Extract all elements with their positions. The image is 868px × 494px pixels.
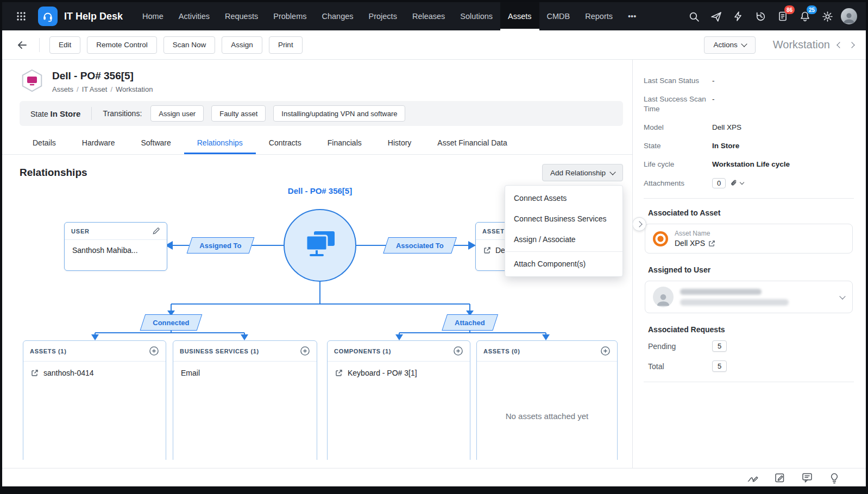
breadcrumb-assets[interactable]: Assets [52, 85, 73, 93]
assigned-user-card [645, 281, 853, 313]
total-count-badge[interactable]: 5 [712, 360, 727, 372]
sidebar-collapse-toggle[interactable] [632, 217, 646, 231]
add-attached-asset-icon[interactable] [600, 346, 611, 356]
workstation-icon [302, 231, 338, 259]
search-icon[interactable] [685, 8, 702, 25]
external-link-icon[interactable] [31, 369, 39, 377]
attachments-count[interactable]: 0 [712, 178, 726, 188]
component-link[interactable]: Keyboard - PO# 3[1] [348, 369, 417, 377]
print-button[interactable]: Print [269, 36, 303, 54]
list-item: Email [173, 362, 317, 384]
breadcrumb-it-asset[interactable]: IT Asset [82, 85, 108, 93]
user-box-header: USER [71, 228, 90, 235]
next-asset-button[interactable] [850, 43, 854, 47]
nav-item-releases[interactable]: Releases [405, 2, 452, 30]
breadcrumb-workstation[interactable]: Workstation [116, 85, 153, 93]
edit-button[interactable]: Edit [49, 36, 80, 54]
nav-item-solutions[interactable]: Solutions [452, 2, 500, 30]
actions-dropdown-button[interactable]: Actions [704, 36, 755, 54]
announcements-icon[interactable] [707, 8, 725, 25]
root-asset-link[interactable]: Dell - PO# 356[5] [288, 186, 352, 195]
asset-title: Dell - PO# 356[5] [52, 70, 153, 82]
headset-logo-icon[interactable] [38, 7, 58, 26]
relationships-heading: Relationships [20, 167, 87, 179]
transition-assign-user-button[interactable]: Assign user [150, 105, 204, 122]
connected-asset-link[interactable]: santhosh-0414 [43, 369, 94, 377]
asset-detail-main: Dell - PO# 356[5] Assets / IT Asset / Wo… [2, 60, 632, 468]
list-item: Keyboard - PO# 3[1] [328, 362, 470, 384]
asset-tabs: Details Hardware Software Relationships … [2, 131, 632, 155]
assign-button[interactable]: Assign [222, 36, 262, 54]
nav-item-cmdb[interactable]: CMDB [539, 2, 578, 30]
scan-now-button[interactable]: Scan Now [163, 36, 216, 54]
nav-item-assets[interactable]: Assets [500, 2, 539, 30]
scribble-notes-icon[interactable] [746, 471, 759, 484]
compose-note-icon[interactable] [773, 471, 787, 484]
pending-count-badge[interactable]: 5 [712, 340, 727, 352]
tab-asset-financial-data[interactable]: Asset Financial Data [424, 131, 520, 154]
transition-faulty-asset-button[interactable]: Faulty asset [211, 105, 266, 122]
menu-item-connect-business-services[interactable]: Connect Business Services [505, 208, 622, 229]
tab-relationships[interactable]: Relationships [184, 131, 256, 154]
transition-installing-vpn-button[interactable]: Installing/updating VPN and software [273, 105, 405, 122]
edge-label-associated-to: Associated To [383, 237, 457, 254]
main-navigation: Home Activities Requests Problems Change… [135, 2, 644, 30]
back-button[interactable] [12, 36, 33, 54]
history-icon[interactable] [752, 8, 769, 25]
tab-software[interactable]: Software [128, 131, 184, 154]
app-launcher-icon[interactable] [12, 7, 30, 26]
nav-item-changes[interactable]: Changes [314, 2, 361, 30]
user-card-expand-icon[interactable] [839, 293, 845, 299]
asset-summary-sidebar: Last Scan Status - Last Success Scan Tim… [632, 60, 866, 468]
quick-actions-icon[interactable] [729, 8, 747, 25]
nav-item-reports[interactable]: Reports [577, 2, 620, 30]
central-asset-node[interactable] [284, 209, 356, 282]
edge-label-assigned-to: Assigned To [187, 237, 255, 254]
nav-item-activities[interactable]: Activities [171, 2, 217, 30]
tab-history[interactable]: History [375, 131, 425, 154]
menu-divider [505, 251, 622, 252]
tab-details[interactable]: Details [20, 131, 69, 154]
add-component-icon[interactable] [453, 346, 463, 356]
add-relationship-button[interactable]: Add Relationship [542, 164, 623, 181]
attachments-label: Attachments [644, 179, 712, 187]
associated-requests-heading: Associated Requests [648, 325, 854, 334]
notifications-bell-icon[interactable]: 25 [796, 8, 814, 25]
lightbulb-icon[interactable] [828, 471, 841, 484]
nav-item-problems[interactable]: Problems [266, 2, 314, 30]
settings-gear-icon[interactable] [819, 8, 836, 25]
add-business-service-icon[interactable] [300, 346, 310, 356]
edit-user-icon[interactable] [152, 227, 160, 235]
business-service-name[interactable]: Email [181, 369, 200, 377]
add-connected-asset-icon[interactable] [149, 346, 159, 356]
attachments-expander[interactable] [730, 179, 744, 187]
nav-item-home[interactable]: Home [135, 2, 171, 30]
tab-hardware[interactable]: Hardware [69, 131, 128, 154]
nav-item-requests[interactable]: Requests [217, 2, 266, 30]
previous-asset-button[interactable] [838, 43, 842, 47]
external-link-icon[interactable] [335, 369, 343, 377]
app-title: IT Help Desk [64, 11, 123, 22]
user-avatar[interactable] [841, 8, 857, 24]
remote-control-button[interactable]: Remote Control [87, 36, 157, 54]
tab-financials[interactable]: Financials [315, 131, 375, 154]
associated-asset-heading: Associated to Asset [648, 208, 854, 217]
group-header: BUSINESS SERVICES (1) [180, 348, 259, 354]
approvals-icon[interactable]: 86 [774, 8, 791, 25]
menu-item-connect-assets[interactable]: Connect Assets [505, 188, 622, 208]
nav-item-projects[interactable]: Projects [361, 2, 405, 30]
total-label: Total [648, 362, 712, 371]
field-label: Last Success Scan Time [644, 94, 712, 114]
tab-contracts[interactable]: Contracts [256, 131, 315, 154]
menu-item-attach-components[interactable]: Attach Component(s) [505, 254, 622, 274]
approvals-badge: 86 [784, 5, 795, 14]
associated-asset-name[interactable]: Dell XPS [675, 239, 705, 248]
state-bar-divider [91, 107, 92, 120]
attachments-row: Attachments 0 [644, 178, 854, 188]
edge-label-connected: Connected [140, 314, 203, 331]
nav-more-button[interactable]: ••• [620, 2, 644, 30]
chat-icon[interactable] [801, 471, 814, 484]
external-link-icon[interactable] [708, 240, 715, 247]
external-link-icon[interactable] [483, 246, 491, 254]
menu-item-assign-associate[interactable]: Assign / Associate [505, 229, 622, 250]
